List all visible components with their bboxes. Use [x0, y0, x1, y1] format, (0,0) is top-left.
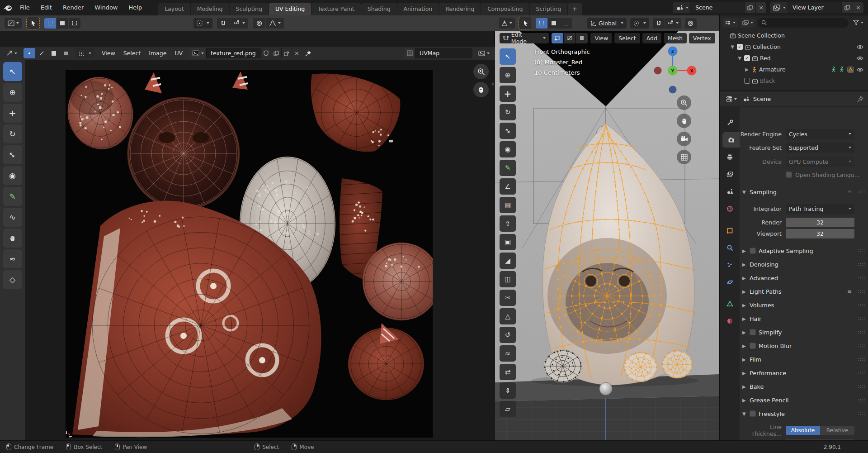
fig-badge-icon[interactable] [831, 67, 836, 72]
viewport-editor-type-dropdown[interactable] [499, 18, 515, 29]
uv-select-mode-tiles[interactable] [24, 48, 72, 58]
uv-vertex-select-tile[interactable] [24, 48, 35, 58]
image-display-options[interactable] [476, 48, 491, 58]
outliner-search-input[interactable] [758, 18, 849, 28]
shrink-fatten-tool-button[interactable]: ⇕ [500, 382, 516, 399]
measure-tool-button[interactable]: ∠ [500, 178, 516, 195]
navigation-gizmo[interactable]: ZXY [651, 43, 710, 97]
view-layer-copy-button[interactable] [841, 2, 853, 13]
annotate-tool-button[interactable]: ✎ [3, 187, 22, 206]
uv-map-name[interactable]: UVMap [415, 50, 472, 57]
menu-edit[interactable]: Edit [36, 2, 57, 13]
pin-icon[interactable] [857, 96, 863, 102]
rotate-tool-button[interactable]: ↻ [3, 124, 22, 143]
select-extend-button[interactable] [57, 18, 68, 29]
vp-menu-vertex[interactable]: Vertex [689, 33, 715, 43]
tab-sculpting[interactable]: Sculpting [230, 3, 269, 15]
drag-dots-icon[interactable]: ∷∷ [858, 262, 865, 267]
panel-checkbox[interactable] [750, 410, 756, 417]
pack-image-button[interactable] [281, 48, 292, 58]
select-box-tool-button[interactable]: ↖ [3, 62, 22, 81]
panel-volumes[interactable]: ▶Volumes∷∷ [742, 300, 865, 310]
collection-checkbox[interactable] [744, 78, 750, 84]
view-layer-selector[interactable]: View Layer × [770, 2, 863, 13]
vp-menu-mesh[interactable]: Mesh [664, 33, 687, 43]
select-set-button[interactable] [44, 18, 56, 29]
panel-hair[interactable]: ▶Hair∷∷ [742, 313, 865, 324]
vp-pivot-dropdown[interactable] [630, 18, 649, 29]
proportional-falloff-dropdown[interactable] [266, 18, 284, 29]
drag-dots-icon[interactable]: ∷∷ [858, 275, 865, 281]
edge-mode-tile[interactable] [564, 33, 576, 43]
tab-animation[interactable]: Animation [397, 3, 439, 15]
vp-select-set[interactable] [536, 18, 547, 29]
properties-tab-tool[interactable] [720, 115, 740, 130]
face-mode-tile[interactable] [576, 33, 588, 43]
transform-orientation-dropdown[interactable]: Global [587, 18, 627, 29]
feature-set-dropdown[interactable]: Supported [786, 143, 854, 153]
vp-menu-view[interactable]: View [590, 33, 612, 43]
panel-adaptive-sampling[interactable]: ▶Adaptive Sampling∷∷ [742, 245, 865, 256]
eye-icon[interactable] [857, 67, 863, 72]
uv-pan-hand-button[interactable] [473, 82, 489, 97]
tab-rendering[interactable]: Rendering [439, 3, 481, 15]
tab-uv-editing[interactable]: UV Editing [269, 3, 311, 15]
vp-menu-add[interactable]: Add [642, 33, 661, 43]
uv-menu-select[interactable]: Select [120, 48, 145, 58]
menu-file[interactable]: File [15, 2, 34, 13]
scene-copy-button[interactable] [744, 2, 755, 13]
scene-unlink-button[interactable]: × [755, 2, 766, 13]
expand-arrow-icon[interactable]: ▶ [744, 67, 750, 72]
vp-proportional-toggle[interactable] [685, 18, 697, 29]
menu-help[interactable]: Help [124, 2, 147, 13]
vp-camera-view-button[interactable] [677, 132, 691, 146]
integrator-dropdown[interactable]: Path Tracing [786, 204, 854, 214]
properties-tab-modifiers[interactable] [720, 240, 740, 255]
drag-dots-icon[interactable]: ∷∷ [858, 411, 865, 417]
grab-tool-button[interactable] [3, 229, 22, 248]
tab-modeling[interactable]: Modeling [191, 3, 229, 15]
blender-logo-icon[interactable] [0, 4, 15, 12]
render-engine-dropdown[interactable]: Cycles [786, 129, 854, 139]
view-layer-remove-button[interactable]: × [853, 2, 863, 13]
panel-checkbox[interactable] [750, 343, 756, 349]
transform-tool-button[interactable]: ◉ [3, 166, 22, 185]
mode-dropdown[interactable]: Edit Mode [500, 33, 549, 43]
extrude-region-tool-button[interactable]: ⇧ [500, 215, 516, 232]
tribadge-badge-icon[interactable] [847, 67, 854, 73]
panel-denoising[interactable]: ▶Denoising∷∷ [742, 259, 865, 270]
scene-selector[interactable]: Scene × [673, 2, 766, 13]
add-workspace-button[interactable]: + [568, 3, 581, 15]
uv-map-selector[interactable]: UVMap [405, 48, 472, 58]
spin-tool-button[interactable]: ↺ [500, 327, 516, 343]
tab-shading[interactable]: Shading [361, 3, 397, 15]
scene-icon[interactable] [673, 2, 691, 13]
properties-tab-render[interactable] [722, 132, 740, 148]
fake-user-shield-button[interactable] [261, 48, 271, 58]
tab-texture-paint[interactable]: Texture Paint [311, 3, 361, 15]
vp-select-extend[interactable] [548, 18, 560, 29]
expand-arrow-icon[interactable]: ▼ [730, 44, 735, 49]
bevel-tool-button[interactable]: ◢ [500, 253, 516, 269]
vp-menu-select[interactable]: Select [614, 33, 640, 43]
drag-dots-icon[interactable]: ∷∷ [858, 343, 865, 349]
outliner-item-scene-collection[interactable]: Scene Collection [722, 30, 868, 41]
select-box-tool-button[interactable]: ↖ [500, 48, 516, 65]
image-browse-dropdown[interactable] [190, 48, 207, 58]
scale-tool-button[interactable]: ↔ [500, 123, 516, 139]
panel-freestyle[interactable]: ▼Freestyle∷∷ [742, 408, 865, 419]
transform-tool-button[interactable]: ◉ [500, 141, 516, 157]
outliner-filter-id-dropdown[interactable] [740, 18, 755, 28]
viewport-3d[interactable]: Edit Mode ViewSelectAddMeshVertex ↖⊕+↻↔◉… [495, 31, 720, 440]
image-name[interactable]: texture_red.png [207, 50, 261, 57]
drag-dots-icon[interactable]: ∷∷ [858, 370, 865, 376]
uv-edge-select-tile[interactable] [36, 48, 47, 58]
collection-checkbox[interactable]: ✓ [737, 44, 743, 50]
move-tool-button[interactable]: + [500, 86, 516, 102]
properties-tab-view-layer[interactable] [720, 167, 740, 182]
menu-window[interactable]: Window [90, 2, 122, 13]
uv-editor-body[interactable]: ↖⊕+↻↔◉✎∿≈◇ ‹ [0, 60, 495, 453]
preset-list-icon[interactable]: ≡ [847, 288, 852, 295]
expand-arrow-icon[interactable]: ▼ [737, 56, 742, 61]
outliner-item-red[interactable]: ▼✓Red [722, 52, 868, 64]
